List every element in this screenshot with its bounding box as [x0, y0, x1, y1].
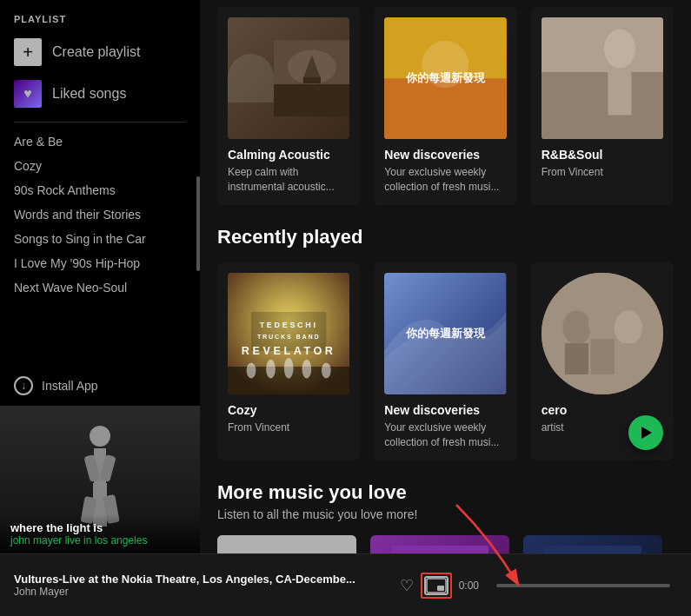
rnb-image — [542, 17, 663, 139]
svg-point-34 — [588, 307, 616, 341]
liked-songs-button[interactable]: ♥ Liked songs — [0, 73, 200, 115]
play-button-cero[interactable] — [628, 415, 663, 450]
more-music-card-3[interactable] — [523, 535, 662, 553]
sidebar-item-are-be[interactable]: Are & Be — [7, 129, 193, 154]
player-time-total: 0:00 — [459, 580, 479, 592]
svg-text:REVELATOR: REVELATOR — [242, 345, 336, 357]
recently-played-cards: TEDESCHI TRUCKS BAND REVELATOR Co — [217, 262, 674, 460]
svg-point-17 — [604, 29, 635, 68]
player-controls: ♡ — [400, 576, 448, 595]
more-music-card-1[interactable] — [217, 535, 356, 553]
scroll-indicator — [195, 129, 200, 366]
play-icon-calming — [329, 171, 339, 183]
liked-songs-label: Liked songs — [52, 86, 126, 102]
pip-wrapper — [424, 576, 448, 595]
more-music-card-2[interactable] — [370, 535, 509, 553]
svg-rect-35 — [590, 339, 614, 374]
recently-played-title: Recently played — [217, 226, 674, 248]
now-playing-text-overlay: where the light is john mayer live in lo… — [0, 514, 200, 553]
card-new-discoveries-recent[interactable]: 你的每週新發現 New discoveries Your exclusive w… — [374, 262, 516, 460]
sidebar-item-songs-car[interactable]: Songs to Sing in the Car — [7, 227, 193, 251]
chinese-text-top: 你的每週新發現 — [406, 70, 485, 87]
svg-rect-10 — [302, 76, 320, 83]
card-calming-acoustic-img — [228, 17, 349, 139]
svg-rect-18 — [608, 68, 631, 115]
svg-point-25 — [247, 362, 256, 378]
svg-rect-37 — [616, 343, 640, 374]
card-rnb-soul-img — [542, 17, 663, 139]
card-rnb-soul[interactable]: R&B&Soul From Vincent — [531, 7, 674, 205]
play-icon-cozy — [329, 427, 339, 439]
sidebar-item-words-stories[interactable]: Words and their Stories — [7, 202, 193, 227]
bottom-player: Vultures-Live at the Nokia Theatre, Los … — [0, 553, 691, 616]
svg-rect-8 — [274, 84, 350, 116]
chinese-text-recent: 你的每週新發現 — [406, 325, 485, 342]
svg-point-29 — [322, 362, 331, 378]
card-calming-acoustic[interactable]: Calming Acoustic Keep calm with instrume… — [217, 7, 360, 205]
sidebar: PLAYLIST + Create playlist ♥ Liked songs… — [0, 0, 200, 553]
sidebar-divider — [14, 122, 186, 123]
playlist-list: Are & Be Cozy 90s Rock Anthems Words and… — [0, 129, 200, 366]
now-playing-sidebar: where the light is john mayer live in lo… — [0, 406, 200, 553]
more-music-cards — [217, 535, 674, 553]
more-music-section: More music you love Listen to all the mu… — [217, 481, 674, 553]
card-cero-img — [542, 273, 663, 394]
create-playlist-button[interactable]: + Create playlist — [0, 31, 200, 73]
card-new-discoveries-recent-img: 你的每週新發現 — [384, 273, 506, 394]
main-content: Calming Acoustic Keep calm with instrume… — [200, 0, 691, 553]
download-circle-icon: ↓ — [14, 376, 33, 395]
scroll-thumb — [196, 176, 200, 271]
svg-text:TRUCKS BAND: TRUCKS BAND — [257, 333, 321, 341]
player-track-title: Vultures-Live at the Nokia Theatre, Los … — [14, 573, 389, 586]
top-cards-row: Calming Acoustic Keep calm with instrume… — [217, 7, 674, 205]
sidebar-item-cozy[interactable]: Cozy — [7, 154, 193, 178]
svg-rect-33 — [565, 343, 588, 374]
card-new-discoveries-top-img: 你的每週新發現 — [384, 17, 506, 139]
create-playlist-label: Create playlist — [52, 44, 140, 60]
svg-point-27 — [284, 358, 294, 378]
sidebar-item-hiphop[interactable]: I Love My '90s Hip-Hop — [7, 251, 193, 275]
sidebar-item-neo-soul[interactable]: Next Wave Neo-Soul — [7, 275, 193, 300]
more-music-subtitle: Listen to all the music you love more! — [217, 507, 674, 521]
install-app-button[interactable]: ↓ Install App — [0, 366, 200, 406]
svg-text:TEDESCHI: TEDESCHI — [260, 321, 318, 329]
heart-button[interactable]: ♡ — [400, 576, 414, 595]
heart-icon: ♥ — [14, 80, 42, 108]
plus-icon: + — [14, 38, 42, 66]
play-icon-new-disc-top — [485, 171, 495, 183]
sidebar-section-title: PLAYLIST — [0, 0, 200, 31]
more-music-card-1-img — [217, 535, 356, 553]
svg-point-28 — [302, 360, 311, 379]
play-icon-rnb — [641, 171, 652, 183]
install-app-label: Install App — [42, 379, 98, 393]
play-icon-cero — [641, 427, 652, 439]
card-new-discoveries-top[interactable]: 你的每週新發現 New discoveries Your exclusive w… — [374, 7, 516, 205]
play-icon-new-disc-recent — [485, 427, 495, 439]
svg-rect-47 — [437, 586, 444, 591]
pip-icon — [426, 578, 447, 593]
player-progress-bar[interactable] — [496, 584, 670, 587]
svg-rect-43 — [544, 546, 641, 553]
pip-button[interactable] — [424, 576, 448, 595]
sidebar-item-90s-rock[interactable]: 90s Rock Anthems — [7, 178, 193, 202]
player-track-info: Vultures-Live at the Nokia Theatre, Los … — [14, 573, 389, 598]
main-layout: PLAYLIST + Create playlist ♥ Liked songs… — [0, 0, 691, 553]
player-track-artist: John Mayer — [14, 586, 389, 598]
more-music-title: More music you love — [217, 481, 674, 504]
svg-point-32 — [562, 310, 590, 345]
card-cozy-img: TEDESCHI TRUCKS BAND REVELATOR — [228, 273, 349, 394]
svg-rect-38 — [217, 535, 356, 553]
svg-point-36 — [614, 310, 641, 345]
cero-people-image — [542, 273, 663, 394]
svg-point-26 — [266, 360, 276, 379]
recently-played-section: Recently played — [217, 226, 674, 460]
now-playing-title: where the light is — [10, 521, 189, 534]
svg-rect-16 — [542, 72, 663, 139]
card-cero[interactable]: cero artist — [531, 262, 674, 460]
svg-point-0 — [90, 426, 110, 447]
svg-rect-41 — [391, 546, 488, 553]
now-playing-artist: john mayer live in los angeles — [10, 534, 189, 546]
top-cards-section: Calming Acoustic Keep calm with instrume… — [217, 0, 674, 205]
calming-image — [228, 17, 349, 139]
card-cozy[interactable]: TEDESCHI TRUCKS BAND REVELATOR Co — [217, 262, 360, 460]
